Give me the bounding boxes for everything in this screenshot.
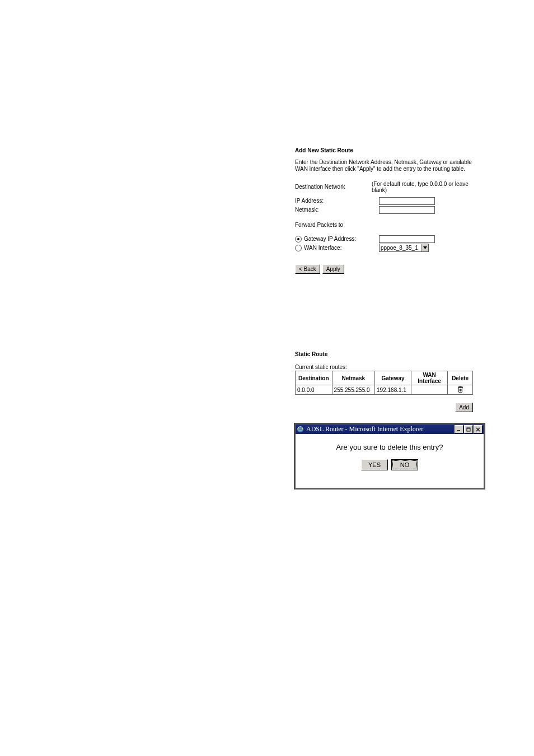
table-row: 0.0.0.0 255.255.255.0 192.168.1.1 — [296, 385, 473, 395]
trash-icon[interactable] — [458, 386, 463, 393]
wan-interface-select[interactable]: pppoe_8_35_1 — [379, 244, 429, 252]
static-route-table: Destination Netmask Gateway WAN Interfac… — [295, 371, 473, 395]
minimize-button[interactable] — [455, 425, 463, 433]
destination-network-hint: (For default route, type 0.0.0.0 or leav… — [372, 181, 475, 193]
wan-interface-radio-label: WAN Interface: — [304, 245, 341, 251]
dialog-message: Are you sure to delete this entry? — [296, 443, 484, 451]
cell-delete — [448, 385, 473, 395]
chevron-down-icon — [421, 244, 428, 251]
col-delete: Delete — [448, 371, 473, 385]
wan-interface-select-value: pppoe_8_35_1 — [380, 245, 421, 251]
panel-heading: Add New Static Route — [295, 147, 475, 153]
svg-rect-6 — [460, 386, 461, 387]
cell-netmask: 255.255.255.0 — [332, 385, 374, 395]
static-route-heading: Static Route — [295, 351, 475, 357]
dialog-title: ADSL Router - Microsoft Internet Explore… — [306, 425, 454, 433]
ie-icon — [297, 426, 304, 433]
ip-address-label: IP Address: — [295, 198, 379, 204]
apply-button[interactable]: Apply — [322, 264, 344, 274]
maximize-button[interactable] — [464, 425, 473, 433]
gateway-ip-input[interactable] — [379, 235, 435, 243]
wan-interface-radio[interactable] — [295, 245, 302, 251]
static-route-caption: Current static routes: — [295, 364, 475, 370]
netmask-label: Netmask: — [295, 207, 379, 213]
svg-marker-0 — [423, 246, 427, 249]
dialog-titlebar: ADSL Router - Microsoft Internet Explore… — [296, 424, 484, 434]
cell-wan — [411, 385, 447, 395]
close-button[interactable] — [474, 425, 483, 433]
col-gateway: Gateway — [375, 371, 411, 385]
forward-packets-label: Forward Packets to — [295, 222, 343, 228]
confirm-delete-dialog: ADSL Router - Microsoft Internet Explore… — [294, 423, 485, 489]
ip-address-input[interactable] — [379, 197, 435, 205]
col-destination: Destination — [296, 371, 332, 385]
add-button[interactable]: Add — [455, 403, 473, 412]
cell-destination: 0.0.0.0 — [296, 385, 332, 395]
add-static-route-panel: Add New Static Route Enter the Destinati… — [295, 147, 475, 274]
col-wan-interface: WAN Interface — [411, 371, 447, 385]
no-button[interactable]: NO — [391, 459, 418, 470]
svg-point-7 — [297, 426, 303, 432]
panel-intro-text: Enter the Destination Network Address, N… — [295, 159, 475, 172]
gateway-ip-radio-label: Gateway IP Address: — [304, 236, 356, 242]
table-header-row: Destination Netmask Gateway WAN Interfac… — [296, 371, 473, 385]
netmask-input[interactable] — [379, 206, 435, 214]
yes-button[interactable]: YES — [361, 459, 388, 470]
back-button[interactable]: < Back — [295, 264, 320, 274]
cell-gateway: 192.168.1.1 — [375, 385, 411, 395]
gateway-ip-radio[interactable] — [295, 236, 302, 242]
col-netmask: Netmask — [332, 371, 374, 385]
static-route-panel: Static Route Current static routes: Dest… — [295, 351, 475, 412]
destination-network-label: Destination Network — [295, 184, 372, 190]
